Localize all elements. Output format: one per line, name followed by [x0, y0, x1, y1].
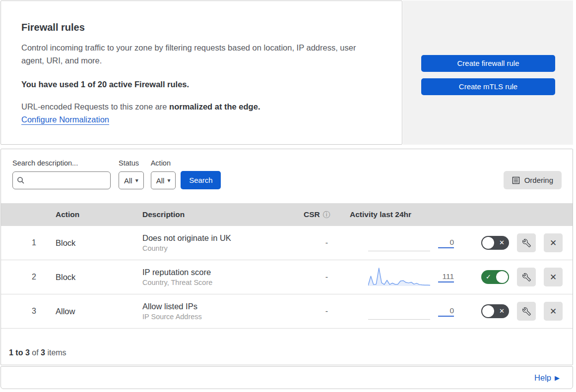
status-dropdown-value: All — [124, 176, 132, 185]
create-firewall-rule-button[interactable]: Create firewall rule — [421, 55, 555, 72]
edit-rule-button[interactable] — [517, 233, 536, 252]
activity-count-link[interactable]: 0 — [438, 306, 454, 317]
search-group: Search description... — [12, 159, 111, 189]
rule-activity-cell: 0 — [350, 300, 475, 322]
edit-rule-button[interactable] — [517, 302, 536, 321]
rule-controls: ✕ ✕ — [475, 302, 573, 321]
activity-count-link[interactable]: 0 — [438, 238, 454, 248]
edit-rule-button[interactable] — [517, 268, 536, 286]
pagination-total: 3 — [41, 348, 45, 357]
search-label: Search description... — [12, 159, 111, 167]
rule-description-cell: Allow listed IPs IP Source Address — [142, 302, 304, 321]
usage-summary: You have used 1 of 20 active Firewall ru… — [21, 80, 377, 89]
activity-column-header: Activity last 24hr — [350, 210, 475, 219]
activity-count-link[interactable]: 111 — [438, 272, 454, 282]
rule-description-cell: IP reputation score Country, Threat Scor… — [142, 268, 304, 286]
help-strip: Help ▶ — [0, 366, 573, 389]
search-button[interactable]: Search — [181, 171, 221, 189]
normalization-text-bold: normalized at the edge. — [169, 102, 260, 111]
pagination-summary: 1 to 3 of 3 items — [1, 329, 573, 365]
toggle-state-icon: ✓ — [486, 273, 491, 280]
close-icon: ✕ — [550, 238, 557, 248]
pagination-of: of — [30, 348, 41, 357]
activity-sparkline — [368, 232, 430, 254]
csr-column-header: CSR ⓘ — [304, 210, 350, 220]
help-link-label: Help — [534, 373, 551, 383]
help-arrow-icon: ▶ — [555, 374, 560, 382]
create-mtls-rule-button[interactable]: Create mTLS rule — [421, 78, 555, 95]
intro-card: Firewall rules Control incoming traffic … — [0, 0, 402, 145]
rule-enabled-toggle[interactable]: ✕ — [481, 236, 509, 250]
csr-column-label: CSR — [304, 210, 320, 219]
firewall-rules-page: Firewall rules Control incoming traffic … — [0, 0, 574, 389]
toggle-state-icon: ✕ — [499, 239, 505, 246]
filter-bar: Search description... Status All ▾ Actio… — [1, 149, 573, 203]
info-icon[interactable]: ⓘ — [323, 210, 330, 220]
action-label: Action — [151, 159, 176, 167]
activity-sparkline — [368, 266, 430, 288]
wrench-icon — [522, 273, 531, 281]
top-section: Firewall rules Control incoming traffic … — [0, 0, 573, 145]
table-header: Action Description CSR ⓘ Activity last 2… — [1, 203, 573, 226]
ordering-button[interactable]: Ordering — [504, 171, 562, 189]
rule-action: Allow — [45, 307, 142, 316]
toggle-state-icon: ✕ — [499, 307, 505, 315]
ordering-button-label: Ordering — [524, 176, 553, 184]
status-filter-group: Status All ▾ — [119, 159, 144, 189]
delete-rule-button[interactable]: ✕ — [544, 233, 563, 252]
help-link[interactable]: Help ▶ — [534, 373, 560, 383]
status-dropdown[interactable]: All ▾ — [119, 171, 144, 189]
action-column-header: Action — [45, 210, 142, 219]
table-row: 2 Block IP reputation score Country, Thr… — [1, 260, 573, 294]
rule-csr: - — [304, 238, 350, 247]
search-icon — [17, 176, 25, 184]
toggle-knob — [482, 305, 494, 317]
wrench-icon — [522, 239, 531, 247]
status-label: Status — [119, 159, 144, 167]
chevron-down-icon: ▾ — [167, 177, 170, 184]
delete-rule-button[interactable]: ✕ — [544, 302, 563, 321]
rule-fields: Country — [142, 244, 304, 252]
search-input[interactable] — [28, 176, 106, 185]
toggle-knob — [482, 237, 494, 249]
actions-panel: Create firewall rule Create mTLS rule — [403, 0, 573, 145]
description-column-header: Description — [142, 210, 304, 219]
ordering-list-icon — [512, 176, 520, 184]
rule-enabled-toggle[interactable]: ✓ — [481, 270, 509, 284]
rule-enabled-toggle[interactable]: ✕ — [481, 304, 509, 318]
rule-description: IP reputation score — [142, 268, 304, 277]
rule-priority: 2 — [1, 273, 45, 281]
close-icon: ✕ — [550, 272, 557, 282]
rule-action: Block — [45, 238, 142, 248]
table-row: 1 Block Does not originate in UK Country… — [1, 226, 573, 260]
rule-controls: ✓ ✕ — [475, 268, 573, 286]
delete-rule-button[interactable]: ✕ — [544, 268, 563, 286]
activity-sparkline — [368, 300, 430, 322]
rule-csr: - — [304, 307, 350, 316]
rule-fields: IP Source Address — [142, 313, 304, 321]
action-filter-group: Action All ▾ — [151, 159, 176, 189]
rule-controls: ✕ ✕ — [475, 233, 573, 252]
page-description: Control incoming traffic to your zone by… — [21, 41, 377, 67]
normalization-text: URL-encoded Requests to this zone are no… — [21, 102, 377, 112]
rule-csr: - — [304, 273, 350, 281]
pagination-range: 1 to 3 — [9, 348, 30, 357]
search-box — [12, 171, 111, 189]
table-row: 3 Allow Allow listed IPs IP Source Addre… — [1, 294, 573, 329]
action-dropdown[interactable]: All ▾ — [151, 171, 176, 189]
rule-fields: Country, Threat Score — [142, 279, 304, 286]
close-icon: ✕ — [550, 306, 557, 317]
page-title: Firewall rules — [21, 22, 377, 33]
action-dropdown-value: All — [156, 176, 165, 185]
rule-priority: 1 — [1, 238, 45, 247]
rule-activity-cell: 111 — [350, 266, 475, 288]
rule-description: Allow listed IPs — [142, 302, 304, 311]
wrench-icon — [522, 307, 531, 316]
rule-description-cell: Does not originate in UK Country — [142, 233, 304, 252]
toggle-knob — [496, 271, 508, 283]
pagination-items-label: items — [45, 348, 66, 357]
configure-normalization-link[interactable]: Configure Normalization — [21, 115, 109, 124]
rule-activity-cell: 0 — [350, 232, 475, 254]
rule-description: Does not originate in UK — [142, 233, 304, 243]
normalization-text-plain: URL-encoded Requests to this zone are — [21, 102, 169, 111]
